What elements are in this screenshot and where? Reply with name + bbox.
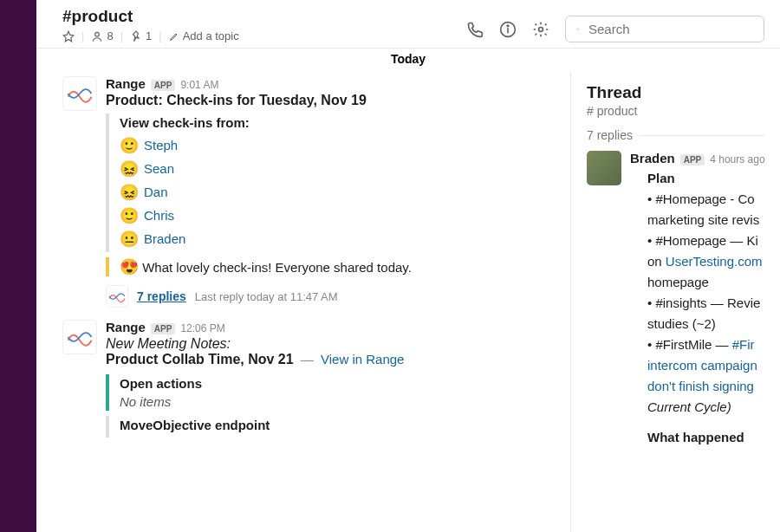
separator: | [81,29,84,42]
svg-point-4 [539,27,543,31]
praise-emoji: 😍 [120,258,139,276]
add-topic-label: Add a topic [183,29,239,42]
checkin-item: 😐Braden [120,227,553,250]
info-icon [499,21,517,38]
star-icon [62,30,75,42]
thread-time: 4 hours ago [710,153,764,165]
separator: | [120,29,123,42]
reply-avatar [106,285,128,308]
thread-author[interactable]: Braden [630,151,675,165]
search-box[interactable] [565,16,764,42]
checkins-block: View check-ins from: 🙂Steph 😖Sean 😖Dan 🙂… [106,114,553,252]
range-logo-icon [108,289,126,303]
settings-button[interactable] [532,21,549,38]
main-area: #product | 8 | 1 | Add a topic [36,0,780,532]
pin-count[interactable]: 1 [130,29,152,42]
checkin-link[interactable]: Chris [144,204,174,227]
checkin-item: 🙂Chris [120,204,553,227]
thread-header: Thread # product [571,71,780,128]
message-body: Range APP 9:01 AM Product: Check-ins for… [106,76,553,308]
thread-panel: Thread # product 7 replies Braden APP 4 … [570,71,780,532]
praise-block: 😍 What lovely check-ins! Everyone shared… [106,257,553,276]
checkin-item: 🙂Steph [120,133,553,157]
member-count-value: 8 [107,29,113,42]
mood-emoji: 🙂 [120,138,139,153]
search-input[interactable] [588,22,753,36]
svg-line-6 [579,29,580,30]
message-title: Product: Check-ins for Tuesday, Nov 19 [106,93,553,108]
meeting-title: Product Collab Time, Nov 21 [106,352,294,367]
replies-link[interactable]: 7 replies [137,289,186,303]
usertesting-link[interactable]: UserTesting.com [666,254,763,269]
message-time: 12:06 PM [180,322,224,334]
user-avatar[interactable] [587,151,621,185]
firstmile-link[interactable]: #Fir [732,337,755,352]
header-right [466,7,764,42]
open-actions-items: No items [120,394,553,409]
message-time: 9:01 AM [180,79,218,91]
pin-icon [130,30,142,42]
content-row: Range APP 9:01 AM Product: Check-ins for… [36,71,780,532]
checkin-list: 🙂Steph 😖Sean 😖Dan 🙂Chris 😐Braden [120,133,553,250]
message-author[interactable]: Range [106,320,146,334]
svg-point-0 [95,32,100,36]
thread-reply-count-row: 7 replies [571,128,780,142]
svg-point-3 [507,25,509,27]
range-logo-icon [67,326,93,348]
call-button[interactable] [466,21,484,38]
pencil-icon [169,31,179,42]
plan-line: on UserTesting.com [647,251,780,272]
checkin-item: 😖Sean [120,157,553,180]
channel-name[interactable]: #product [62,7,239,26]
app-badge: APP [680,154,705,165]
plan-line: marketing site revis [647,210,780,230]
endpoint-block: MoveObjective endpoint [106,416,553,438]
checkin-item: 😖Dan [120,180,553,204]
checkins-label: View check-ins from: [120,115,553,130]
info-button[interactable] [499,21,517,38]
plan-label: Plan [630,171,780,185]
checkin-link[interactable]: Steph [144,133,178,157]
plan-line[interactable]: don't finish signing [647,376,780,397]
praise-text: What lovely check-ins! Everyone shared t… [142,260,412,275]
channel-header: #product | 8 | 1 | Add a topic [36,0,780,49]
channel-meta: | 8 | 1 | Add a topic [62,29,239,42]
message: Range APP 9:01 AM Product: Check-ins for… [62,76,553,308]
mood-emoji: 😐 [120,231,139,247]
star-button[interactable] [62,30,75,42]
mood-emoji: 😖 [120,161,139,177]
open-actions-block: Open actions No items [106,374,553,411]
thread-message-body: Braden APP 4 hours ago Plan • #Homepage … [630,151,780,444]
checkin-link[interactable]: Sean [144,157,174,180]
app-avatar[interactable] [62,76,97,111]
checkin-link[interactable]: Dan [144,180,168,204]
plan-line: Current Cycle) [647,397,780,418]
plan-line: • #FirstMile — #Fir [647,334,780,355]
add-topic[interactable]: Add a topic [169,29,239,42]
view-in-range-link[interactable]: View in Range [321,352,404,367]
message-body: Range APP 12:06 PM New Meeting Notes: Pr… [106,320,553,443]
message-author[interactable]: Range [106,76,146,91]
member-count[interactable]: 8 [91,29,113,42]
replies-row[interactable]: 7 replies Last reply today at 11:47 AM [106,282,553,308]
message-subtitle: New Meeting Notes: [106,336,553,352]
plan-line: homepage [647,272,780,293]
pin-count-value: 1 [146,29,152,42]
phone-icon [466,21,484,38]
mood-emoji: 😖 [120,185,139,200]
thread-title: Thread [587,83,764,102]
app-badge: APP [151,323,176,334]
thread-subtitle[interactable]: # product [587,104,764,118]
app-avatar[interactable] [62,320,97,354]
plan-line[interactable]: intercom campaign [647,355,780,376]
plan-line: studies (~2) [647,314,780,334]
separator: | [159,29,161,42]
plan-line: • #Homepage - Co [647,189,780,210]
open-actions-label: Open actions [120,376,553,391]
endpoint-label: MoveObjective endpoint [120,418,553,432]
message-list: Range APP 9:01 AM Product: Check-ins for… [36,71,570,532]
workspace-sidebar [0,0,36,532]
plan-line: • #insights — Revie [647,293,780,314]
date-divider: Today [36,49,780,71]
checkin-link[interactable]: Braden [144,227,185,250]
